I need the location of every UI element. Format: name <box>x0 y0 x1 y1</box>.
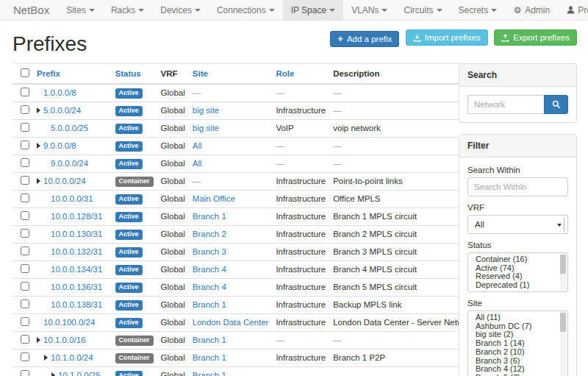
listbox-option[interactable]: Branch 1 (14) <box>468 339 559 348</box>
prefix-link[interactable]: 10.0.0.128/31 <box>51 212 102 221</box>
nav-item-secrets[interactable]: Secrets <box>451 0 506 20</box>
row-checkbox[interactable] <box>21 211 29 220</box>
status-badge[interactable]: Active <box>115 371 143 376</box>
expand-caret-icon[interactable] <box>37 141 43 151</box>
column-header-site[interactable]: Site <box>189 64 273 85</box>
profile-menu-item[interactable]: Profile <box>558 0 588 20</box>
listbox-option[interactable]: Container (16) <box>468 255 559 264</box>
status-badge[interactable]: Active <box>115 265 143 275</box>
row-checkbox[interactable] <box>21 352 29 361</box>
prefix-link[interactable]: 10.0.0.134/31 <box>51 265 102 274</box>
row-checkbox[interactable] <box>21 158 29 167</box>
expand-caret-icon[interactable] <box>37 336 43 345</box>
status-badge[interactable]: Active <box>115 247 143 258</box>
site-link[interactable]: Main Office <box>193 194 235 203</box>
site-link[interactable]: big site <box>193 106 219 115</box>
row-checkbox[interactable] <box>21 229 29 238</box>
listbox-option[interactable]: big site (2) <box>468 330 559 339</box>
site-link[interactable]: Branch 1 <box>193 212 226 221</box>
listbox-option[interactable]: Ashburn DC (7) <box>468 322 559 331</box>
search-button[interactable] <box>544 95 568 114</box>
status-badge[interactable]: Active <box>115 283 143 293</box>
column-header-role[interactable]: Role <box>272 64 329 85</box>
import-prefixes-button[interactable]: Import prefixes <box>406 29 488 46</box>
site-link[interactable]: Branch 3 <box>193 247 226 256</box>
listbox-option[interactable]: Active (74) <box>468 264 559 273</box>
listbox-option[interactable]: Branch 3 (6) <box>468 357 559 366</box>
row-checkbox[interactable] <box>21 299 29 308</box>
vrf-select[interactable]: All <box>467 215 568 234</box>
row-checkbox[interactable] <box>21 88 29 96</box>
row-checkbox[interactable] <box>21 282 29 291</box>
row-checkbox[interactable] <box>21 176 29 185</box>
status-badge[interactable]: Container <box>115 353 154 363</box>
prefix-link[interactable]: 10.0.0.0/24 <box>43 177 86 185</box>
prefix-link[interactable]: 9.0.0.0/24 <box>51 159 88 168</box>
expand-caret-icon[interactable] <box>51 371 58 376</box>
row-checkbox[interactable] <box>21 105 29 114</box>
row-checkbox[interactable] <box>21 194 29 202</box>
site-link[interactable]: Branch 1 <box>193 371 226 376</box>
prefix-link[interactable]: 10.0.0.132/31 <box>51 247 102 256</box>
export-prefixes-button[interactable]: Export prefixes <box>494 29 577 46</box>
row-checkbox[interactable] <box>21 335 29 344</box>
site-link[interactable]: All <box>193 159 202 168</box>
listbox-option[interactable]: Reserved (4) <box>468 272 559 281</box>
prefix-link[interactable]: 10.0.0.138/31 <box>51 300 102 309</box>
site-link[interactable]: All <box>193 141 202 150</box>
prefix-link[interactable]: 10.0.0.130/31 <box>51 230 102 238</box>
select-all-checkbox[interactable] <box>21 68 29 77</box>
status-badge[interactable]: Container <box>115 336 154 346</box>
row-checkbox[interactable] <box>21 141 29 149</box>
prefix-link[interactable]: 10.0.0.0/31 <box>51 194 93 203</box>
nav-item-connections[interactable]: Connections <box>209 0 283 20</box>
site-link[interactable]: Branch 1 <box>193 353 226 362</box>
site-listbox[interactable]: All (11)Ashburn DC (7)big site (2)Branch… <box>467 311 568 376</box>
status-badge[interactable]: Active <box>115 141 143 152</box>
nav-item-circuits[interactable]: Circuits <box>395 0 450 20</box>
status-badge[interactable]: Active <box>115 159 143 169</box>
listbox-option[interactable]: Branch 4 (12) <box>468 365 559 374</box>
listbox-option[interactable]: All (11) <box>468 313 559 322</box>
status-badge[interactable]: Active <box>115 194 143 205</box>
add-prefix-button[interactable]: + Add a prefix <box>330 31 399 47</box>
prefix-link[interactable]: 10.1.0.0/24 <box>51 353 93 362</box>
nav-item-ip-space[interactable]: IP Space <box>283 0 343 20</box>
status-badge[interactable]: Active <box>115 124 143 134</box>
scrollbar-thumb[interactable] <box>560 313 566 332</box>
listbox-option[interactable]: Deprecated (1) <box>468 281 559 290</box>
row-checkbox[interactable] <box>21 264 29 273</box>
scrollbar-thumb[interactable] <box>560 255 566 274</box>
status-badge[interactable]: Active <box>115 212 143 222</box>
site-link[interactable]: Branch 1 <box>193 300 226 309</box>
row-checkbox[interactable] <box>21 370 29 376</box>
prefix-link[interactable]: 1.0.0.0/8 <box>43 88 76 97</box>
expand-caret-icon[interactable] <box>37 106 43 116</box>
nav-item-vlans[interactable]: VLANs <box>343 0 395 20</box>
nav-item-devices[interactable]: Devices <box>152 0 209 20</box>
column-header-prefix[interactable]: Prefix <box>33 64 112 85</box>
nav-item-racks[interactable]: Racks <box>103 0 152 20</box>
status-badge[interactable]: Active <box>115 318 143 328</box>
site-link[interactable]: Branch 2 <box>193 230 226 238</box>
expand-caret-icon[interactable] <box>44 353 51 363</box>
row-checkbox[interactable] <box>21 317 29 326</box>
status-badge[interactable]: Active <box>115 230 143 240</box>
site-link[interactable]: Branch 4 <box>193 265 226 274</box>
scrollbar-track[interactable] <box>561 254 567 291</box>
prefix-link[interactable]: 10.0.0.136/31 <box>51 283 102 291</box>
column-header-status[interactable]: Status <box>112 64 157 85</box>
status-badge[interactable]: Active <box>115 106 143 116</box>
listbox-option[interactable]: Branch 2 (10) <box>468 348 559 357</box>
status-badge[interactable]: Container <box>115 177 154 187</box>
status-listbox[interactable]: Container (16)Active (74)Reserved (4)Dep… <box>467 252 568 292</box>
site-link[interactable]: Branch 4 <box>193 283 226 291</box>
prefix-link[interactable]: 10.1.0.0/25 <box>58 371 101 376</box>
site-link[interactable]: London Data Center <box>193 318 269 327</box>
status-badge[interactable]: Active <box>115 88 143 99</box>
admin-menu-item[interactable]: ⚙ Admin <box>505 0 558 20</box>
app-logo[interactable]: NetBox <box>9 0 58 20</box>
search-input[interactable] <box>467 95 544 114</box>
nav-item-sites[interactable]: Sites <box>58 0 103 20</box>
scrollbar-track[interactable] <box>561 312 567 376</box>
